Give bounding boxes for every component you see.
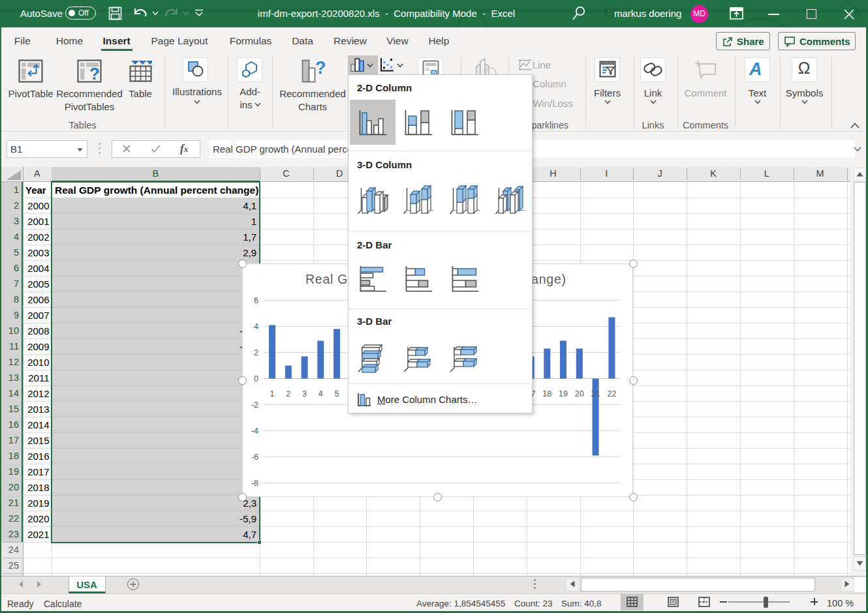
svg-text:-2: -2: [251, 400, 258, 410]
svg-text:2: 2: [286, 389, 290, 398]
svg-text:4: 4: [254, 322, 258, 331]
svg-text:0: 0: [254, 374, 258, 383]
svg-text:-8: -8: [251, 479, 258, 488]
svg-text:5: 5: [335, 389, 339, 398]
svg-text:22: 22: [607, 389, 616, 398]
svg-text:-4: -4: [251, 426, 258, 436]
svg-text:2: 2: [254, 348, 258, 357]
svg-text:18: 18: [542, 389, 551, 398]
svg-text:4: 4: [318, 389, 323, 398]
svg-text:6: 6: [254, 296, 258, 305]
svg-text:-6: -6: [251, 453, 258, 462]
svg-text:21: 21: [591, 389, 600, 398]
svg-text:3: 3: [302, 389, 307, 398]
svg-text:1: 1: [270, 389, 275, 398]
svg-text:20: 20: [575, 389, 584, 398]
svg-text:?: ?: [315, 59, 325, 78]
svg-text:19: 19: [559, 389, 568, 398]
svg-text:?: ?: [89, 64, 100, 83]
